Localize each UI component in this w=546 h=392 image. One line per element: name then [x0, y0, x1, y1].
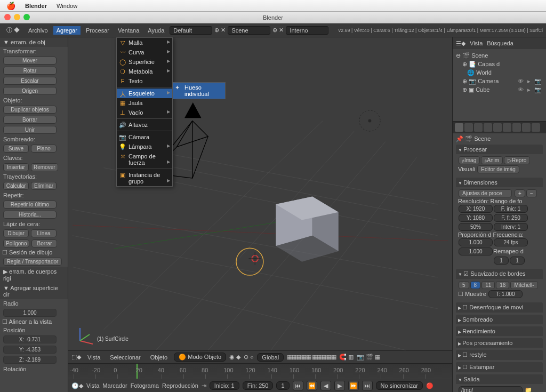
delete-button[interactable]: Borrar [3, 116, 57, 124]
vp-menu-vista[interactable]: Vista [84, 354, 103, 361]
smooth-button[interactable]: Suave [3, 145, 29, 153]
res-pct-field[interactable]: 50% [459, 223, 493, 231]
draw-button[interactable]: Dibujar [3, 229, 29, 237]
display-mode-field[interactable]: Editor de imág [477, 165, 519, 173]
draw-session[interactable]: Sesión de dibujo [9, 249, 52, 255]
tab-constraints[interactable] [503, 123, 511, 132]
aspect-x-field[interactable]: 1.000 [459, 238, 493, 246]
menu-ayuda[interactable]: Ayuda [144, 26, 167, 35]
aspect-y-field[interactable]: 1.000 [459, 247, 493, 255]
render-image-button[interactable]: ᵦImag [459, 156, 480, 164]
preset-add-icon[interactable]: + [515, 189, 525, 197]
mac-app-name[interactable]: Blender [25, 3, 47, 9]
shading-icon[interactable]: ◉ ◆ [229, 354, 240, 361]
aa-filter-field[interactable]: Mitchell- [510, 281, 537, 289]
menu-ventana[interactable]: Ventana [115, 26, 142, 35]
loc-z-field[interactable]: Z: -2.189 [3, 356, 57, 364]
outliner-world[interactable]: 🌐 World [456, 68, 543, 77]
panel-stamp[interactable]: ☐ Estampar [456, 362, 543, 372]
vp-menu-objeto[interactable]: Objeto [147, 354, 171, 361]
loc-y-field[interactable]: Y: -4.353 [3, 346, 57, 354]
outliner-scene[interactable]: ⊖ 🎬 Scene [456, 51, 543, 60]
frame-step-field[interactable]: Interv: 1 [494, 223, 528, 231]
render-play-button[interactable]: ▷Repro [504, 156, 530, 164]
3d-viewport[interactable]: (1) SurfCircle ▽Malla▶〰Curva▶◯Superficie… [68, 37, 452, 350]
tab-material[interactable] [532, 123, 540, 132]
tab-scene[interactable] [474, 123, 483, 132]
tl-menu-vista[interactable]: Vista [86, 382, 99, 389]
frame-start-field[interactable]: F. inic: 1 [494, 205, 528, 213]
repeat-last-button[interactable]: Repetir lo último [3, 201, 57, 209]
line-button[interactable]: Línea [31, 229, 57, 237]
add-menu-altavoz[interactable]: 🔊Altavoz [117, 120, 172, 130]
scene-field[interactable]: Scene [228, 26, 270, 35]
aa-11[interactable]: 11 [481, 281, 495, 289]
add-menu-cámara[interactable]: 📷Cámara [117, 132, 172, 142]
orientation-selector[interactable]: Global [257, 353, 284, 362]
render-buttons[interactable]: 📷 🎬 ▦ [357, 354, 380, 361]
add-menu-metabola[interactable]: ❍Metabola▶ [117, 67, 172, 76]
editor-type-icon[interactable]: ⬚◆ [71, 354, 81, 361]
add-menu-jaula[interactable]: ▦Jaula [117, 98, 172, 108]
scale-button[interactable]: Escalar [3, 77, 57, 85]
panel-render[interactable]: Procesar [456, 145, 543, 154]
history-button[interactable]: Historia... [3, 211, 57, 219]
panel-dimensions[interactable]: Dimensiones [456, 178, 543, 187]
outliner-busqueda[interactable]: Búsqueda [487, 40, 513, 46]
aa-16[interactable]: 16 [496, 281, 509, 289]
outliner-renderlayers[interactable]: ⊕ 📑 Capas d [456, 60, 543, 68]
tab-object[interactable] [493, 123, 502, 132]
apple-icon[interactable]: 🍎 [6, 2, 15, 10]
aa-5[interactable]: 5 [459, 281, 469, 289]
menu-agregar[interactable]: Agregar [53, 26, 81, 35]
pivot-icon[interactable]: ⊙ ⟐ [244, 354, 254, 361]
next-key-icon[interactable]: ⏩ [348, 381, 359, 390]
add-menu-malla[interactable]: ▽Malla▶ [117, 38, 172, 47]
menu-archivo[interactable]: Archivo [25, 26, 51, 35]
tl-range-icon[interactable]: ⇥ [202, 382, 206, 389]
panel-motion-blur[interactable]: ☐ Desenfoque de movi [456, 302, 543, 313]
menu-procesar[interactable]: Procesar [83, 26, 113, 35]
poly-button[interactable]: Polígono [3, 239, 29, 247]
res-x-field[interactable]: X: 1920 [459, 205, 493, 213]
prev-key-icon[interactable]: ⏪ [307, 381, 317, 390]
timeline-ruler[interactable]: -40-200204060801001201401601802002202402… [68, 364, 452, 379]
res-y-field[interactable]: Y: 1080 [459, 214, 493, 222]
render-engine-field[interactable]: Interno [286, 26, 328, 35]
radius-field[interactable]: 1.000 [3, 309, 57, 317]
flat-button[interactable]: Plano [31, 145, 57, 153]
tl-menu-reproduccion[interactable]: Reproducción [162, 382, 198, 389]
add-menu-esqueleto[interactable]: 人Esqueleto▶ [117, 89, 172, 98]
outliner-icon[interactable]: ☰◆ [456, 40, 465, 47]
render-preset-field[interactable]: Ajustes de proce [459, 189, 512, 197]
calc-path-button[interactable]: Calcular [3, 182, 29, 190]
remap-old-field[interactable]: 1 [494, 257, 509, 265]
output-path-field[interactable]: /tmp/ [459, 386, 523, 392]
layout-controls[interactable]: ⊕ ✕ [214, 27, 226, 34]
outliner-cube[interactable]: ⊕ ▣ Cube👁 ▸ 📷 [456, 85, 543, 94]
snap-icon[interactable]: 🧲 ▥ [339, 354, 354, 361]
preset-remove-icon[interactable]: − [526, 189, 537, 197]
end-frame-field[interactable]: Fin: 250 [243, 381, 274, 390]
panel-freestyle[interactable]: ☐ restyle [456, 350, 543, 360]
screen-layout-field[interactable]: Default [170, 26, 212, 35]
add-menu-vacío[interactable]: ⊥Vacío▶ [117, 108, 172, 117]
panel-postpro[interactable]: Pos procesamiento [456, 338, 543, 348]
add-menu-instancia-de-grupo[interactable]: ▣Instancia de grupo▶ [117, 170, 172, 186]
fps-field[interactable]: 24 fps [494, 238, 528, 246]
close-icon[interactable] [4, 14, 11, 20]
aa-size-field[interactable]: T: 1.000 [488, 290, 523, 298]
clear-path-button[interactable]: Eliminar [31, 182, 57, 190]
aa-8[interactable]: 8 [470, 281, 481, 289]
panel-shading[interactable]: Sombreado [456, 315, 543, 324]
remap-new-field[interactable]: 1 [510, 257, 525, 265]
translate-button[interactable]: Mover [3, 57, 57, 65]
sync-mode-field[interactable]: No sincronizar [376, 381, 423, 390]
insert-key-button[interactable]: Insertar [3, 163, 29, 171]
panel-performance[interactable]: Rendimiento [456, 326, 543, 336]
origin-button[interactable]: Origen [3, 87, 57, 95]
jump-end-icon[interactable]: ⏭ [362, 381, 373, 390]
loc-x-field[interactable]: X: -0.731 [3, 335, 57, 343]
erase-button[interactable]: Borrar [31, 239, 57, 247]
add-menu-superficie[interactable]: ◯Superficie▶ [117, 57, 172, 67]
